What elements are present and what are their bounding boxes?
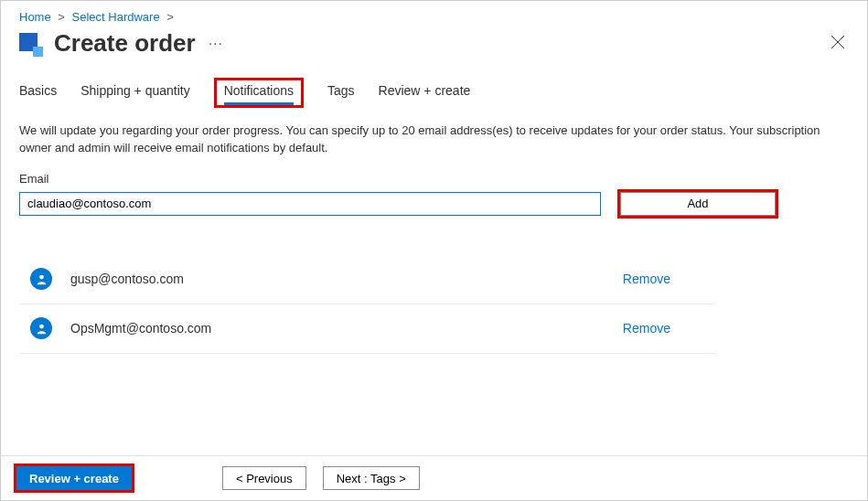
tab-review-create[interactable]: Review + create (379, 83, 471, 105)
highlight-review-create: Review + create (14, 464, 134, 493)
previous-button[interactable]: < Previous (222, 466, 306, 490)
tab-tags[interactable]: Tags (327, 83, 355, 105)
person-icon (36, 273, 48, 285)
more-actions-icon[interactable]: ··· (209, 36, 223, 52)
page-title: Create order (54, 29, 196, 58)
email-address: OpsMgmt@contoso.com (70, 321, 623, 336)
resource-icon (19, 33, 41, 55)
breadcrumb-home[interactable]: Home (19, 10, 51, 24)
remove-link[interactable]: Remove (623, 321, 670, 336)
chevron-right-icon: > (58, 10, 65, 24)
tab-basics[interactable]: Basics (19, 83, 57, 105)
highlight-notifications: Notifications (214, 78, 304, 108)
svg-point-3 (39, 324, 44, 328)
list-item: gusp@contoso.com Remove (19, 255, 714, 304)
tab-shipping-quantity[interactable]: Shipping + quantity (80, 83, 189, 105)
avatar (30, 317, 52, 339)
wizard-footer: Review + create < Previous Next : Tags > (1, 455, 867, 500)
next-button[interactable]: Next : Tags > (323, 466, 420, 490)
avatar (30, 268, 52, 290)
person-icon (36, 323, 48, 335)
email-label: Email (19, 172, 849, 186)
breadcrumb: Home > Select Hardware > (1, 1, 867, 29)
email-list: gusp@contoso.com Remove OpsMgmt@contoso.… (19, 255, 849, 354)
svg-point-2 (39, 274, 44, 279)
email-input[interactable] (19, 192, 601, 216)
chevron-right-icon: > (166, 10, 174, 24)
review-create-button[interactable]: Review + create (16, 466, 132, 490)
highlight-add: Add (617, 189, 778, 219)
add-button[interactable]: Add (620, 192, 776, 216)
notifications-description: We will update you regarding your order … (1, 108, 867, 166)
breadcrumb-select-hardware[interactable]: Select Hardware (72, 10, 160, 24)
remove-link[interactable]: Remove (623, 272, 670, 286)
close-button[interactable] (830, 35, 845, 52)
tab-notifications[interactable]: Notifications (224, 83, 294, 105)
tab-bar: Basics Shipping + quantity Notifications… (1, 67, 867, 108)
email-address: gusp@contoso.com (70, 272, 623, 286)
list-item: OpsMgmt@contoso.com Remove (19, 304, 714, 354)
close-icon (830, 35, 845, 49)
